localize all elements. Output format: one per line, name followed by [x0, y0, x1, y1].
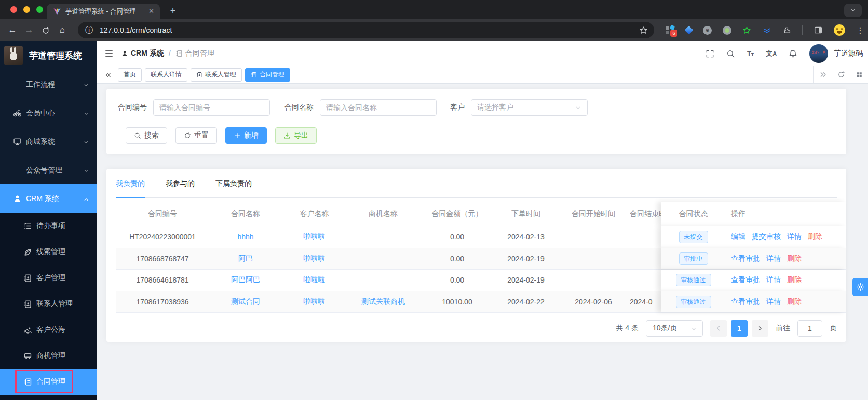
sidebar-item-contacts[interactable]: 联系人管理	[0, 291, 97, 317]
username[interactable]: 芋道源码	[834, 49, 863, 58]
search-icon[interactable]	[726, 49, 735, 58]
forward-icon[interactable]: →	[21, 25, 37, 35]
page-size-select[interactable]: 10条/页	[646, 320, 703, 337]
font-size-icon[interactable]: Tт	[747, 50, 754, 58]
app-title: 芋道管理系统	[29, 50, 82, 62]
customer-link[interactable]: 啦啦啦	[304, 254, 326, 263]
app-logo[interactable]: 芋道管理系统	[0, 41, 97, 70]
reset-button[interactable]: 重置	[175, 127, 217, 144]
tag-contract-manage[interactable]: 合同管理	[245, 68, 290, 82]
next-page-button[interactable]	[752, 320, 768, 337]
goto-page-input[interactable]	[797, 320, 822, 337]
tab-mine[interactable]: 我负责的	[116, 179, 145, 198]
contract-name-input[interactable]	[326, 103, 430, 112]
scroll-tags-right-icon[interactable]	[813, 66, 832, 83]
tags-grid-icon[interactable]	[850, 66, 868, 83]
zoom-window-button[interactable]	[36, 6, 43, 13]
close-window-button[interactable]	[10, 6, 17, 13]
customer-select[interactable]: 请选择客户	[471, 99, 588, 116]
tag-home[interactable]: 首页	[118, 68, 142, 82]
window-controls[interactable]	[10, 6, 43, 13]
add-button[interactable]: 新增	[225, 127, 267, 144]
url-text[interactable]: 127.0.0.1/crm/contract	[100, 26, 639, 34]
sidebar-item-crm-system[interactable]: CRM 系统	[0, 184, 97, 213]
detail-link[interactable]: 详情	[766, 297, 781, 306]
sidebar-item-customer-pool[interactable]: 客户公海	[0, 317, 97, 343]
delete-link[interactable]: 删除	[787, 275, 802, 285]
view-approval-link[interactable]: 查看审批	[731, 297, 760, 306]
page-number-button[interactable]: 1	[731, 320, 748, 337]
prev-page-button[interactable]	[710, 320, 727, 337]
contract-name-link[interactable]: 测试合同	[231, 297, 260, 306]
submit-review-link[interactable]: 提交审核	[752, 232, 781, 242]
sidebar-item-member-center[interactable]: 会员中心	[0, 99, 97, 127]
tab-subordinates[interactable]: 下属负责的	[215, 179, 252, 197]
edit-link[interactable]: 编辑	[731, 232, 745, 242]
sidebar-item-mall-system[interactable]: 商城系统	[0, 127, 97, 156]
reload-icon[interactable]	[37, 25, 54, 35]
contract-name-link[interactable]: 阿巴阿巴	[231, 275, 260, 285]
contract-name-link[interactable]: hhhh	[237, 233, 253, 241]
minimize-window-button[interactable]	[23, 6, 30, 13]
delete-link[interactable]: 删除	[787, 254, 802, 263]
app-header: CRM 系统 / 合同管理 Tт 文A 文心一言 芋道源码	[97, 41, 868, 66]
tab-participated[interactable]: 我参与的	[166, 179, 195, 197]
extensions-puzzle-icon[interactable]	[782, 25, 791, 35]
search-button[interactable]: 搜索	[126, 127, 167, 144]
tab-search-button[interactable]	[844, 4, 862, 17]
detail-link[interactable]: 详情	[787, 232, 802, 242]
col-start-time: 合同开始时间	[557, 202, 630, 226]
customer-link[interactable]: 啦啦啦	[304, 275, 326, 285]
settings-drawer-button[interactable]	[852, 278, 868, 296]
view-approval-link[interactable]: 查看审批	[731, 275, 760, 285]
opportunity-link[interactable]: 测试关联商机	[361, 297, 405, 306]
detail-link[interactable]: 详情	[766, 275, 781, 285]
delete-link[interactable]: 删除	[808, 232, 822, 242]
sidebar-item-official-account[interactable]: 公众号管理	[0, 156, 97, 184]
scroll-tags-left-icon[interactable]	[101, 70, 115, 78]
browser-tab[interactable]: 芋道管理系统 - 合同管理 ✕	[47, 4, 160, 19]
home-icon[interactable]: ⌂	[54, 25, 71, 35]
status-badge: 审批中	[679, 252, 708, 265]
address-bar[interactable]: ⓘ 127.0.0.1/crm/contract	[78, 22, 654, 38]
sidebar-item-leads[interactable]: 线索管理	[0, 239, 97, 265]
bookmark-star-icon[interactable]	[639, 25, 648, 35]
extension-circle-icon[interactable]: ⊕	[703, 26, 712, 35]
contract-name-link[interactable]: 阿巴	[238, 254, 253, 263]
extension-kite-icon[interactable]	[685, 26, 694, 35]
sidebar-item-todo[interactable]: 待办事项	[0, 213, 97, 239]
delete-link[interactable]: 删除	[787, 297, 802, 306]
extension-layers-icon[interactable]	[762, 25, 771, 35]
sidebar-item-workflow[interactable]: 工作流程	[0, 70, 97, 99]
tag-contact-manage[interactable]: 联系人管理	[191, 68, 242, 82]
back-icon[interactable]: ←	[4, 25, 21, 35]
customer-link[interactable]: 啦啦啦	[304, 297, 326, 306]
fullscreen-icon[interactable]	[706, 49, 714, 58]
sidebar-item-contracts[interactable]: 合同管理	[0, 369, 97, 395]
view-approval-link[interactable]: 查看审批	[731, 254, 760, 263]
new-tab-button[interactable]: +	[166, 5, 180, 18]
collapse-sidebar-icon[interactable]	[104, 49, 114, 59]
export-button[interactable]: 导出	[275, 127, 317, 144]
extension-blocks-icon[interactable]: 6	[666, 25, 675, 35]
extension-star-icon[interactable]	[742, 25, 751, 35]
breadcrumb-crm[interactable]: CRM 系统	[121, 49, 164, 58]
side-panel-icon[interactable]	[813, 25, 823, 35]
chevron-down-icon	[690, 324, 697, 332]
sidebar-item-customers[interactable]: 客户管理	[0, 265, 97, 291]
tab-close-icon[interactable]: ✕	[147, 7, 156, 16]
refresh-page-icon[interactable]	[832, 66, 850, 83]
browser-profile-avatar[interactable]	[834, 24, 845, 36]
contract-no-input[interactable]	[159, 103, 264, 112]
notebook-icon	[251, 72, 257, 78]
customer-link[interactable]: 啦啦啦	[304, 232, 326, 242]
language-icon[interactable]: 文A	[766, 49, 777, 58]
extension-record-icon[interactable]	[723, 26, 731, 35]
site-info-icon[interactable]: ⓘ	[85, 25, 93, 36]
tag-contact-detail[interactable]: 联系人详情	[145, 68, 187, 82]
detail-link[interactable]: 详情	[766, 254, 781, 263]
sidebar-item-opportunities[interactable]: 商机管理	[0, 343, 97, 369]
user-avatar[interactable]: 文心一言	[809, 44, 828, 63]
browser-menu-icon[interactable]: ⋮	[856, 25, 865, 35]
notification-bell-icon[interactable]	[789, 49, 797, 58]
